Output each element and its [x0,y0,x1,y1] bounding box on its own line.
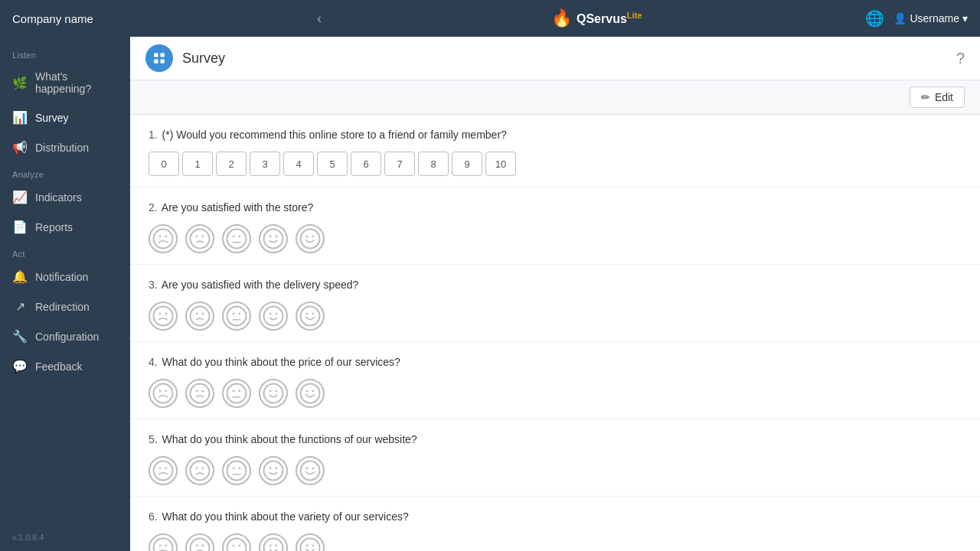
question-6: 6. What do you think about the variety o… [130,497,980,551]
sidebar-item-whats-happening[interactable]: 🌿 What's happening? [0,63,130,103]
emoji-very-satisfied[interactable] [296,224,325,253]
emoji-scale-2 [149,224,962,253]
svg-point-35 [312,312,314,315]
svg-rect-0 [154,53,158,57]
sidebar-item-configuration[interactable]: 🔧 Configuration [0,321,130,351]
question-6-text: 6. What do you think about the variety o… [149,510,962,523]
emoji-very-dissatisfied[interactable] [149,224,178,253]
sidebar-item-notification[interactable]: 🔔 Notification [0,262,130,292]
sidebar-label-redirection: Redirection [35,301,90,313]
svg-point-26 [227,307,247,326]
page-title: Survey [182,51,225,67]
emoji-q5-5[interactable] [296,456,325,485]
svg-point-48 [275,390,277,392]
sidebar-section-listen: Listen [0,43,130,63]
emoji-q3-2[interactable] [185,302,214,331]
emoji-q3-4[interactable] [259,302,288,331]
svg-point-47 [270,390,272,392]
sidebar-label-reports: Reports [35,221,73,233]
svg-point-74 [227,539,247,551]
question-5-text: 5. What do you think about the functions… [149,433,962,445]
svg-point-73 [201,544,204,546]
nps-8[interactable]: 8 [418,152,449,176]
svg-point-56 [196,467,198,469]
emoji-q6-1[interactable] [149,533,178,551]
svg-point-50 [306,390,309,392]
svg-point-80 [275,544,277,546]
globe-icon[interactable]: 🌐 [865,9,884,28]
configuration-icon: 🔧 [12,329,28,344]
emoji-q4-4[interactable] [259,379,288,408]
svg-point-65 [301,461,320,481]
emoji-q5-1[interactable] [149,456,178,485]
emoji-neutral[interactable] [222,224,251,253]
question-1-text: 1. (*) Would you recommend this online s… [149,129,962,141]
svg-point-18 [306,235,309,237]
svg-point-78 [264,539,283,551]
svg-point-75 [233,544,235,546]
user-icon: 👤 [893,12,906,24]
svg-point-70 [165,544,167,546]
nps-10[interactable]: 10 [485,152,516,176]
svg-rect-1 [161,53,165,57]
emoji-q4-2[interactable] [185,379,214,408]
emoji-q3-5[interactable] [296,302,325,331]
reports-icon: 📄 [12,220,28,234]
sidebar-item-survey[interactable]: 📊 Survey [0,103,130,132]
emoji-q6-4[interactable] [259,533,288,551]
nps-5[interactable]: 5 [317,152,348,176]
nps-2[interactable]: 2 [216,152,247,176]
emoji-q6-3[interactable] [222,533,251,551]
question-2: 2. Are you satisfied with the store? [130,187,980,265]
emoji-q6-5[interactable] [296,533,325,551]
svg-point-44 [238,390,240,392]
help-icon[interactable]: ? [956,50,965,67]
emoji-dissatisfied[interactable] [185,224,214,253]
svg-point-40 [196,390,198,392]
sidebar-item-distribution[interactable]: 📢 Distribution [0,132,130,162]
svg-rect-3 [161,60,165,64]
svg-point-10 [227,230,247,249]
nps-9[interactable]: 9 [452,152,482,176]
edit-button[interactable]: ✏ Edit [910,86,965,108]
emoji-q4-1[interactable] [149,379,178,408]
nps-0[interactable]: 0 [149,152,179,176]
question-2-text: 2. Are you satisfied with the store? [149,201,962,214]
svg-point-71 [191,539,210,551]
page-header: Survey ? [130,37,980,80]
back-button[interactable]: ‹ [317,11,322,27]
svg-point-60 [238,467,240,469]
nps-6[interactable]: 6 [351,152,381,176]
user-menu[interactable]: 👤 Username ▾ [893,12,968,24]
nps-3[interactable]: 3 [250,152,280,176]
nps-4[interactable]: 4 [283,152,314,176]
notification-icon: 🔔 [12,269,28,284]
emoji-q3-3[interactable] [222,302,251,331]
logo-text: QServusLite [577,11,642,26]
chevron-down-icon: ▾ [962,12,968,24]
svg-point-36 [154,384,173,403]
nps-1[interactable]: 1 [182,152,213,176]
sidebar: Listen 🌿 What's happening? 📊 Survey 📢 Di… [0,37,130,551]
sidebar-item-feedback[interactable]: 💬 Feedback [0,351,130,381]
sidebar-item-indicators[interactable]: 📈 Indicators [0,182,130,212]
emoji-q5-2[interactable] [185,456,214,485]
svg-point-43 [233,390,235,392]
emoji-q4-5[interactable] [296,379,325,408]
question-5: 5. What do you think about the functions… [130,419,980,497]
svg-point-51 [312,390,314,392]
emoji-q3-1[interactable] [149,302,178,331]
username-label: Username [910,12,959,24]
emoji-q5-4[interactable] [259,456,288,485]
svg-point-5 [159,235,162,237]
emoji-q5-3[interactable] [222,456,251,485]
sidebar-section-act: Act [0,242,130,262]
sidebar-item-redirection[interactable]: ↗ Redirection [0,292,130,321]
nps-7[interactable]: 7 [384,152,415,176]
emoji-q4-3[interactable] [222,379,251,408]
svg-point-22 [165,312,167,315]
sidebar-item-reports[interactable]: 📄 Reports [0,212,130,242]
emoji-satisfied[interactable] [259,224,288,253]
emoji-q6-2[interactable] [185,533,214,551]
svg-point-79 [270,544,272,546]
